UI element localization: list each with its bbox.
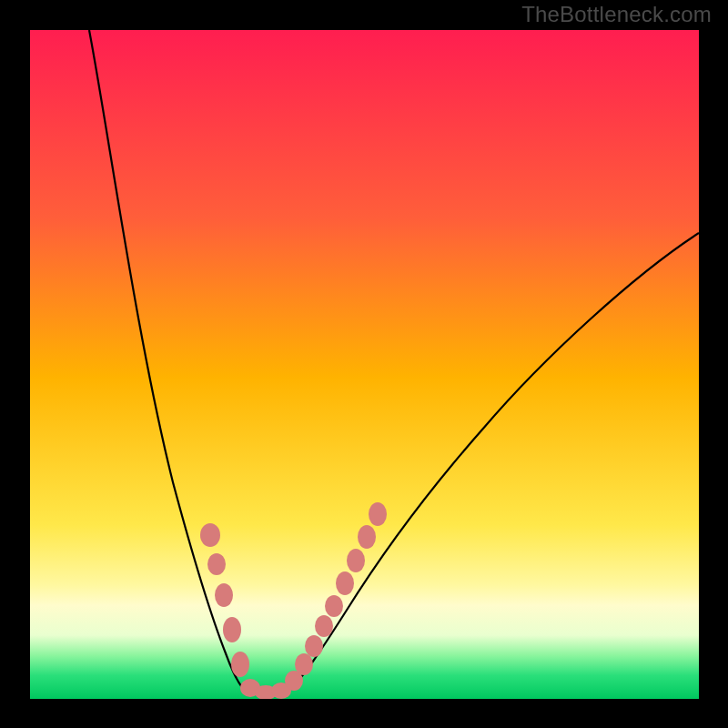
marker-group (200, 502, 387, 699)
watermark-text: TheBottleneck.com (521, 2, 712, 27)
data-marker (305, 635, 323, 657)
data-marker (347, 549, 365, 572)
chart-svg (30, 30, 699, 699)
outer-frame: TheBottleneck.com (0, 0, 728, 728)
data-marker (215, 583, 233, 607)
data-marker (315, 615, 333, 637)
plot-area (30, 30, 699, 699)
data-marker (231, 652, 249, 677)
curve-group (89, 30, 699, 693)
data-marker (325, 595, 343, 617)
data-marker (207, 553, 226, 575)
data-marker (369, 502, 387, 526)
data-marker (223, 617, 241, 642)
data-marker (358, 525, 376, 549)
data-marker (200, 523, 220, 547)
data-marker (295, 653, 313, 675)
data-marker (336, 571, 354, 595)
curve-right-branch (282, 233, 699, 693)
